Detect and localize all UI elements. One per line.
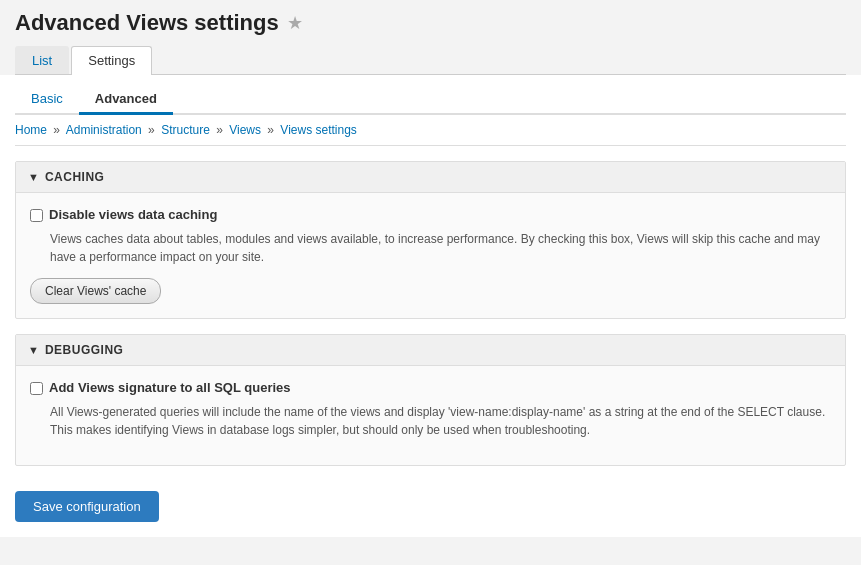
debugging-toggle-icon: ▼ xyxy=(28,344,39,356)
breadcrumb-separator-4: » xyxy=(267,123,274,137)
disable-caching-checkbox[interactable] xyxy=(30,209,43,222)
secondary-tabs: Basic Advanced xyxy=(15,75,846,115)
breadcrumb-home[interactable]: Home xyxy=(15,123,47,137)
breadcrumb-separator-1: » xyxy=(53,123,60,137)
debugging-checkbox-row: Add Views signature to all SQL queries xyxy=(30,380,831,395)
section-debugging-header[interactable]: ▼ DEBUGGING xyxy=(16,335,845,366)
breadcrumb-separator-3: » xyxy=(216,123,223,137)
tab-settings[interactable]: Settings xyxy=(71,46,152,75)
caching-checkbox-row: Disable views data caching xyxy=(30,207,831,222)
star-icon[interactable]: ★ xyxy=(287,12,303,34)
section-caching-header[interactable]: ▼ CACHING xyxy=(16,162,845,193)
caching-title: CACHING xyxy=(45,170,105,184)
page-wrapper: Advanced Views settings ★ List Settings … xyxy=(0,0,861,565)
section-caching-body: Disable views data caching Views caches … xyxy=(16,193,845,318)
primary-tabs: List Settings xyxy=(15,46,846,75)
debugging-title: DEBUGGING xyxy=(45,343,124,357)
disable-caching-label[interactable]: Disable views data caching xyxy=(49,207,217,222)
views-signature-checkbox[interactable] xyxy=(30,382,43,395)
save-configuration-button[interactable]: Save configuration xyxy=(15,491,159,522)
section-debugging-body: Add Views signature to all SQL queries A… xyxy=(16,366,845,465)
clear-cache-button[interactable]: Clear Views' cache xyxy=(30,278,161,304)
views-signature-label[interactable]: Add Views signature to all SQL queries xyxy=(49,380,291,395)
caching-description: Views caches data about tables, modules … xyxy=(50,230,831,266)
tab-list[interactable]: List xyxy=(15,46,69,74)
breadcrumb-separator-2: » xyxy=(148,123,155,137)
tab-advanced[interactable]: Advanced xyxy=(79,85,173,115)
page-header: Advanced Views settings ★ List Settings xyxy=(0,0,861,75)
caching-toggle-icon: ▼ xyxy=(28,171,39,183)
page-title-row: Advanced Views settings ★ xyxy=(15,10,846,36)
breadcrumb-views[interactable]: Views xyxy=(229,123,261,137)
breadcrumb-administration[interactable]: Administration xyxy=(66,123,142,137)
breadcrumb-views-settings[interactable]: Views settings xyxy=(280,123,356,137)
page-title: Advanced Views settings xyxy=(15,10,279,36)
tab-basic[interactable]: Basic xyxy=(15,85,79,115)
section-debugging: ▼ DEBUGGING Add Views signature to all S… xyxy=(15,334,846,466)
content-area: Basic Advanced Home » Administration » S… xyxy=(0,75,861,537)
breadcrumb-structure[interactable]: Structure xyxy=(161,123,210,137)
breadcrumb: Home » Administration » Structure » View… xyxy=(15,115,846,146)
debugging-description: All Views-generated queries will include… xyxy=(50,403,831,439)
section-caching: ▼ CACHING Disable views data caching Vie… xyxy=(15,161,846,319)
